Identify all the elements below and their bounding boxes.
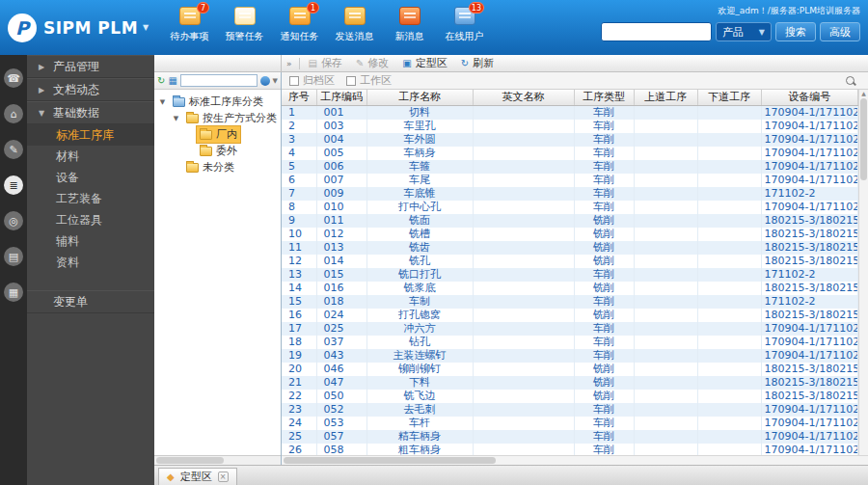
top-nav-item[interactable]: 13 在线用户 (437, 0, 492, 43)
search-category-select[interactable]: 产品 ▼ (716, 22, 772, 41)
top-nav-item[interactable]: 新消息 (382, 0, 437, 43)
tree-node[interactable]: 委外 (154, 143, 281, 159)
table-row[interactable]: 26 058 粗车柄身 车削 170904-1/171102-2 (282, 444, 858, 456)
global-search-input[interactable] (601, 22, 712, 41)
cell-code[interactable]: 010 (316, 201, 366, 214)
toolbar-button[interactable]: ▤ 保存 (302, 55, 349, 71)
horizontal-scrollbar[interactable] (282, 455, 868, 465)
checkbox-icon[interactable] (346, 76, 356, 86)
cell-equipment[interactable]: 180215-3/180215-4 (761, 390, 858, 403)
filter-checkbox-option[interactable]: 工作区 (346, 73, 392, 88)
advanced-search-button[interactable]: 高级 (820, 22, 860, 41)
cell-equipment[interactable]: 171102-2 (761, 268, 858, 282)
cell-equipment[interactable]: 180215-3/180215-4 (761, 241, 858, 255)
cell-name[interactable]: 切料 (366, 105, 473, 120)
cell-equipment[interactable]: 171102-2 (761, 187, 858, 201)
tree-go-icon[interactable] (260, 76, 270, 86)
vscroll-thumb[interactable] (860, 98, 867, 180)
cell-code[interactable]: 053 (316, 417, 366, 430)
cell-equipment[interactable]: 180215-3/180215-4 (761, 376, 858, 390)
database-icon[interactable]: ≣ (4, 175, 23, 195)
scroll-up-icon[interactable]: ▲ (861, 90, 866, 96)
cell-equipment[interactable]: 180215-3/180215-4 (761, 282, 858, 295)
cell-code[interactable]: 015 (316, 268, 366, 282)
cell-name[interactable]: 去毛刺 (366, 403, 473, 417)
cell-code[interactable]: 018 (316, 295, 366, 309)
cell-equipment[interactable]: 170904-1/171102-2 (761, 403, 858, 417)
cell-code[interactable]: 050 (316, 390, 366, 403)
table-column-header[interactable]: 工序类型 (574, 90, 634, 105)
table-column-header[interactable]: 工序编码 (316, 90, 366, 105)
search-icon[interactable] (845, 75, 856, 87)
toolbar-button[interactable]: ▣ 定型区 (395, 55, 453, 71)
finalize-zone-tab[interactable]: ◆ 定型区 × (158, 468, 237, 485)
collapse-panel-icon[interactable]: » (282, 59, 297, 68)
cell-code[interactable]: 037 (316, 336, 366, 349)
table-row[interactable]: 6 007 车尾 车削 170904-1/171102-2 (282, 174, 858, 187)
cell-name[interactable]: 主装连螺钉 (366, 349, 473, 363)
cell-code[interactable]: 052 (316, 403, 366, 417)
cell-code[interactable]: 006 (316, 160, 366, 174)
cell-equipment[interactable]: 180215-3/180215-4 (761, 255, 858, 268)
sidebar-item[interactable]: ▼ 基础数据 (27, 101, 154, 124)
sidebar-item[interactable]: 变更单 (27, 290, 154, 313)
cell-equipment[interactable]: 170904-1/171102-2 (761, 444, 858, 456)
cell-equipment[interactable]: 180215-3/180215-4 (761, 214, 858, 228)
table-row[interactable]: 8 010 打中心孔 车削 170904-1/171102-2 (282, 201, 858, 214)
cell-name[interactable]: 铣飞边 (366, 390, 473, 403)
tree-expand-icon[interactable]: ▦ (168, 75, 176, 86)
cell-name[interactable]: 车柄身 (366, 147, 473, 160)
sidebar-item[interactable]: ▶ 文档动态 (27, 78, 154, 101)
sidebar-item[interactable]: 标准工序库 (27, 124, 154, 146)
cell-name[interactable]: 车制 (366, 295, 473, 309)
table-row[interactable]: 2 003 车里孔 车削 170904-1/171102-2 (282, 120, 858, 133)
qr-icon[interactable]: ▦ (4, 283, 23, 302)
cell-name[interactable]: 铣面 (366, 214, 473, 228)
hscroll-thumb[interactable] (284, 457, 496, 464)
toolbar-button[interactable]: ↻ 刷新 (454, 55, 501, 71)
cell-equipment[interactable]: 170904-1/171102-2 (761, 349, 858, 363)
cell-code[interactable]: 047 (316, 376, 366, 390)
table-row[interactable]: 14 016 铣浆底 铣削 180215-3/180215-4 (282, 282, 858, 295)
cell-name[interactable]: 铣孔 (366, 255, 473, 268)
cell-code[interactable]: 016 (316, 282, 366, 295)
sidebar-item[interactable]: 工艺装备 (27, 188, 154, 209)
sidebar-item[interactable]: 资料 (27, 252, 154, 273)
table-row[interactable]: 11 013 铣齿 铣削 180215-3/180215-4 (282, 241, 858, 255)
cell-name[interactable]: 车底锥 (366, 187, 473, 201)
logo[interactable]: P SIPM PLM ▼ (0, 0, 162, 55)
table-row[interactable]: 19 043 主装连螺钉 车削 170904-1/171102-2 (282, 349, 858, 363)
cell-code[interactable]: 011 (316, 214, 366, 228)
tree-node[interactable]: 厂内 (154, 126, 281, 143)
cell-equipment[interactable]: 170904-1/171102-2 (761, 105, 858, 120)
table-row[interactable]: 25 057 精车柄身 车削 170904-1/171102-2 (282, 430, 858, 444)
cell-code[interactable]: 013 (316, 241, 366, 255)
top-nav-item[interactable]: 7 待办事项 (162, 0, 217, 43)
cell-equipment[interactable]: 170904-1/171102-2 (761, 133, 858, 147)
cell-name[interactable]: 车外圆 (366, 133, 473, 147)
cell-equipment[interactable]: 171102-2 (761, 295, 858, 309)
table-column-header[interactable]: 下道工序 (697, 90, 761, 105)
tree-node[interactable]: 未分类 (154, 159, 281, 175)
table-row[interactable]: 10 012 铣槽 铣削 180215-3/180215-4 (282, 228, 858, 241)
table-column-header[interactable]: 设备编号 (761, 90, 858, 105)
sidebar-item[interactable]: 工位器具 (27, 209, 154, 230)
edit-icon[interactable]: ✎ (4, 140, 23, 159)
cell-equipment[interactable]: 170904-1/171102-2 (761, 336, 858, 349)
table-row[interactable]: 20 046 铆削铆钉 铣削 180215-3/180215-4 (282, 363, 858, 376)
vertical-scrollbar[interactable]: ▲ (858, 90, 868, 455)
search-button[interactable]: 搜索 (775, 22, 816, 41)
tree-filter-input[interactable] (180, 74, 258, 87)
table-row[interactable]: 7 009 车底锥 车削 171102-2 (282, 187, 858, 201)
table-row[interactable]: 22 050 铣飞边 铣削 180215-3/180215-4 (282, 390, 858, 403)
cell-equipment[interactable]: 170904-1/171102-2 (761, 120, 858, 133)
cell-code[interactable]: 009 (316, 187, 366, 201)
cell-code[interactable]: 014 (316, 255, 366, 268)
cell-code[interactable]: 057 (316, 430, 366, 444)
cell-code[interactable]: 007 (316, 174, 366, 187)
cell-name[interactable]: 铆削铆钉 (366, 363, 473, 376)
cell-equipment[interactable]: 180215-3/180215-4 (761, 309, 858, 322)
cell-code[interactable]: 043 (316, 349, 366, 363)
tree-refresh-icon[interactable]: ↻ (157, 75, 165, 86)
home-icon[interactable]: ⌂ (4, 104, 23, 123)
